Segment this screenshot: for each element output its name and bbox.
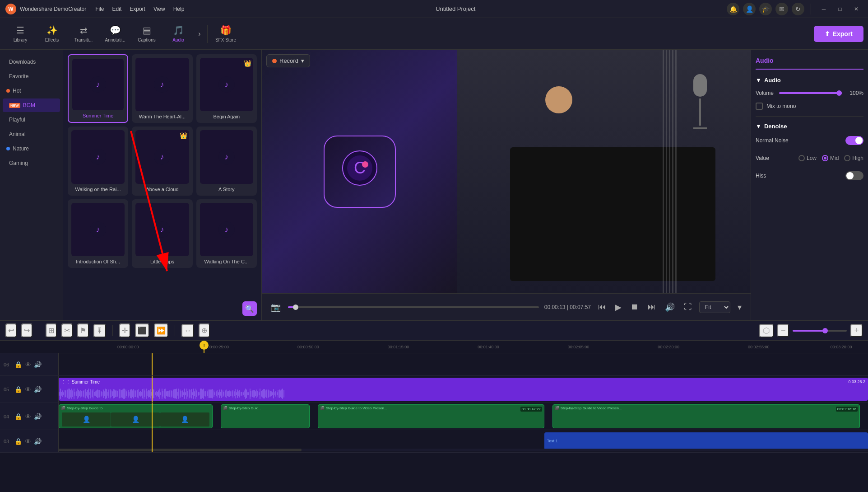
annotations-icon: 💬: [110, 25, 121, 36]
video-clip-1[interactable]: 🎬 Step-by-Step Guide to 👤 👤 👤: [59, 404, 213, 428]
cursor-button[interactable]: ✛: [119, 323, 130, 337]
sidebar-item-bgm[interactable]: NEW BGM: [3, 98, 60, 112]
sidebar-item-downloads[interactable]: Downloads: [3, 55, 60, 69]
mail-icon[interactable]: ✉: [775, 3, 788, 15]
audio-section-title[interactable]: ▼ Audio: [756, 74, 863, 86]
stop-button[interactable]: ⏹: [629, 300, 641, 314]
toolbar-transitions[interactable]: ⇄ Transiti...: [68, 20, 99, 47]
vid-thumb-1a: 👤: [62, 412, 111, 426]
preview-progress-bar[interactable]: [288, 306, 539, 308]
audio-card-walking-c[interactable]: ♪ Walking On The C...: [196, 199, 257, 268]
sidebar-item-hot[interactable]: Hot: [3, 84, 60, 98]
audio-card-walking-rain[interactable]: ♪ Walking on the Rai...: [68, 127, 128, 195]
fullscreen-button[interactable]: ⛶: [682, 300, 694, 314]
radio-high[interactable]: High: [844, 155, 863, 161]
audio-section-chevron-icon: ▼: [756, 77, 761, 84]
zoom-to-fit-button[interactable]: ⬡: [759, 324, 774, 337]
play-button[interactable]: ▶: [613, 300, 623, 314]
sidebar-item-gaming[interactable]: Gaming: [3, 156, 60, 170]
zoom-slider[interactable]: [793, 330, 847, 332]
track-05-mute-icon[interactable]: 🔊: [34, 386, 42, 393]
menu-file[interactable]: File: [95, 6, 104, 12]
zoom-out-button[interactable]: −: [777, 324, 789, 337]
svg-text:♪: ♪: [96, 80, 100, 89]
toolbar-sfx[interactable]: 🎁 SFX Store: [210, 20, 241, 47]
svg-text:♪: ♪: [160, 80, 164, 89]
track-03-lock-icon[interactable]: 🔒: [14, 438, 22, 445]
audio-clip-summer-time[interactable]: ⋮⋮ Summer Time 0:03:26:2 // Generate wav…: [59, 378, 868, 400]
track-05-eye-icon[interactable]: 👁: [25, 386, 31, 393]
track-03-mute-icon[interactable]: 🔊: [34, 438, 42, 445]
toolbar-effects[interactable]: ✨ Effects: [36, 20, 68, 47]
sidebar: Downloads Favorite Hot NEW BGM Playful A…: [0, 50, 63, 320]
hiss-toggle[interactable]: [845, 171, 863, 180]
mix-to-mono-checkbox[interactable]: [756, 103, 763, 110]
record-timeline-button[interactable]: 🎙: [93, 324, 106, 337]
menu-export[interactable]: Export: [130, 6, 145, 12]
undo-button[interactable]: ↩: [5, 323, 17, 337]
volume-slider[interactable]: [779, 92, 842, 94]
audio-card-warm-heart[interactable]: ♪ Warm The Heart-Al...: [132, 54, 192, 123]
redo-button[interactable]: ↪: [21, 323, 32, 337]
track-button[interactable]: ⊕: [199, 323, 210, 337]
export-button[interactable]: ⬆ Export: [814, 26, 863, 42]
track-06-lock-icon[interactable]: 🔒: [14, 361, 22, 368]
track-06-mute-icon[interactable]: 🔊: [34, 361, 42, 368]
sidebar-item-favorite[interactable]: Favorite: [3, 70, 60, 83]
audio-card-summer-time[interactable]: ♪ Summer Time: [68, 54, 128, 123]
video-clip-4[interactable]: 🎬 Step-by-Step Guide to Video Presen... …: [552, 404, 860, 428]
maximize-button[interactable]: □: [834, 3, 846, 15]
fit-select[interactable]: Fit 25% 50% 75% 100%: [699, 301, 730, 313]
fit-chevron-button[interactable]: ▾: [736, 300, 743, 314]
music-note-icon-5: ♪: [153, 148, 171, 166]
sidebar-item-nature[interactable]: Nature: [3, 142, 60, 155]
video-clip-3[interactable]: 🎬 Step-by-Step Guide to Video Presen... …: [318, 404, 544, 428]
toolbar-more-icon[interactable]: ›: [194, 28, 205, 39]
menu-edit[interactable]: Edit: [112, 6, 122, 12]
sidebar-item-playful[interactable]: Playful: [3, 113, 60, 127]
sidebar-item-animal[interactable]: Animal: [3, 127, 60, 141]
audio-card-begin-again[interactable]: 👑 ♪ Begin Again: [196, 54, 257, 123]
track-05-lock-icon[interactable]: 🔒: [14, 386, 22, 393]
denoise-section-title[interactable]: ▼ Denoise: [756, 120, 863, 132]
speed-button[interactable]: ⏩: [154, 323, 168, 337]
track-04-mute-icon[interactable]: 🔊: [34, 413, 42, 420]
toolbar-annotations[interactable]: 💬 Annotati...: [99, 20, 131, 47]
zoom-in-button[interactable]: +: [850, 324, 863, 337]
minimize-button[interactable]: ─: [817, 3, 830, 15]
refresh-icon[interactable]: ↻: [792, 3, 804, 15]
radio-low[interactable]: Low: [798, 155, 817, 161]
volume-button[interactable]: 🔊: [663, 300, 677, 314]
text-clip-1[interactable]: Text 1: [544, 432, 868, 450]
menu-view[interactable]: View: [153, 6, 165, 12]
trim-button[interactable]: ✂: [61, 323, 73, 337]
audio-card-a-story[interactable]: ♪ A Story: [196, 127, 257, 195]
normal-noise-toggle[interactable]: [845, 136, 863, 145]
rewind-button[interactable]: ⏮: [596, 300, 608, 314]
track-04-eye-icon[interactable]: 👁: [25, 413, 31, 420]
radio-mid[interactable]: Mid: [822, 155, 839, 161]
notification-icon[interactable]: 🔔: [727, 3, 739, 15]
close-button[interactable]: ✕: [850, 3, 863, 15]
search-button[interactable]: 🔍: [242, 301, 257, 316]
video-clip-2[interactable]: 🎬 Step-by-Step Guid...: [221, 404, 310, 428]
ripple-button[interactable]: ↔: [181, 324, 194, 337]
toolbar-library[interactable]: ☰ Library: [5, 20, 36, 47]
screenshot-button[interactable]: 📷: [269, 300, 283, 314]
menu-help[interactable]: Help: [173, 6, 185, 12]
toolbar-audio[interactable]: 🎵 Audio: [162, 20, 194, 47]
track-03-eye-icon[interactable]: 👁: [25, 438, 31, 445]
marker-button[interactable]: ⚑: [77, 323, 89, 337]
toolbar-captions[interactable]: ▤ Captions: [131, 20, 162, 47]
fast-forward-button[interactable]: ⏭: [646, 300, 658, 314]
track-04-lock-icon[interactable]: 🔒: [14, 413, 22, 420]
record-button[interactable]: Record ▾: [266, 54, 310, 67]
crop-button[interactable]: ⬛: [135, 323, 149, 337]
audio-card-introduction[interactable]: ♪ Introduction Of Sh...: [68, 199, 128, 268]
audio-card-above-cloud[interactable]: 👑 ♪ Above a Cloud: [132, 127, 192, 195]
audio-card-little-maps[interactable]: ♪ Little Maps: [132, 199, 192, 268]
split-button[interactable]: ⊞: [46, 323, 57, 337]
education-icon[interactable]: 🎓: [759, 3, 772, 15]
account-icon[interactable]: 👤: [743, 3, 756, 15]
track-06-eye-icon[interactable]: 👁: [25, 361, 31, 368]
